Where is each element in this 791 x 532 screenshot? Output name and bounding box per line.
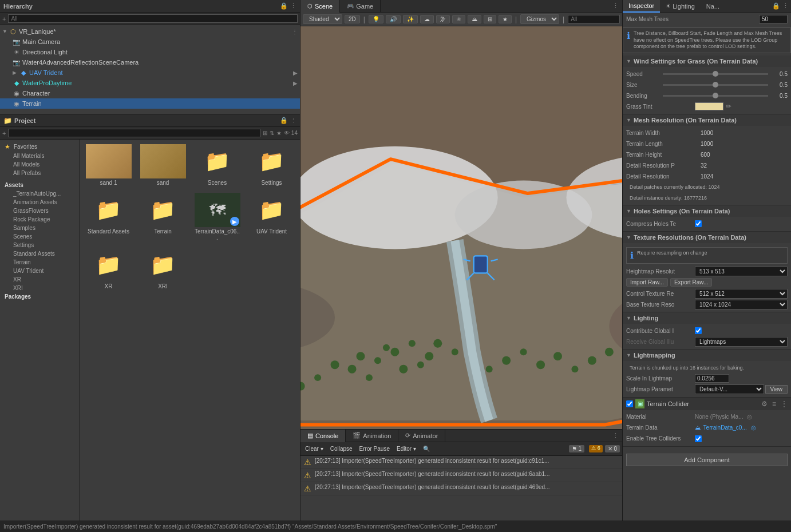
hier-item-directional-light[interactable]: ☀ Directional Light xyxy=(0,47,300,57)
star-filter[interactable]: ★ xyxy=(276,130,282,136)
tab-animator[interactable]: ⟳ Animator xyxy=(398,430,445,442)
error-pause-button[interactable]: Error Pause xyxy=(357,446,392,452)
asset-standard-assets[interactable]: 📁 Standard Assets xyxy=(82,190,135,243)
collider-menu-icon[interactable]: ⋮ xyxy=(781,400,788,408)
control-texture-dropdown[interactable]: 512 x 512 xyxy=(695,289,788,299)
scale-lightmap-input[interactable] xyxy=(695,374,729,383)
contribute-checkbox[interactable] xyxy=(695,327,702,334)
console-item-0[interactable]: ⚠ [20:27:13] Importer(SpeedTreeImporter)… xyxy=(300,456,622,469)
plus-icon[interactable]: + xyxy=(2,15,6,22)
lighting-section-header[interactable]: ▼ Lighting xyxy=(623,312,791,324)
sort-icon[interactable]: ⇅ xyxy=(270,130,274,136)
project-search-input[interactable] xyxy=(8,129,260,137)
tree-item-terrain[interactable]: Terrain xyxy=(0,258,80,267)
collapse-button[interactable]: Collapse xyxy=(328,446,355,452)
tree-item-xri[interactable]: XRI xyxy=(0,284,80,292)
lock-icon[interactable]: 🔒 xyxy=(280,117,288,124)
tab-lighting[interactable]: ☀ Lighting xyxy=(660,0,701,13)
more-icon[interactable]: ⋮ xyxy=(612,2,619,9)
max-mesh-input[interactable] xyxy=(759,15,788,23)
more-icon[interactable]: ⋮ xyxy=(290,117,296,124)
mesh-resolution-header[interactable]: ▼ Mesh Resolution (On Terrain Data) xyxy=(623,114,791,126)
fog-button[interactable]: 🌫 xyxy=(436,15,450,23)
tree-item-xr[interactable]: XR xyxy=(0,275,80,284)
grids-button[interactable]: ⊞ xyxy=(484,15,496,23)
tree-item-settings[interactable]: Settings xyxy=(0,241,80,249)
hier-item-water-pro[interactable]: ◆ WaterProDaytime ▶ xyxy=(0,78,300,88)
export-raw-button[interactable]: Export Raw... xyxy=(670,278,712,287)
eye-icon[interactable]: 👁 14 xyxy=(284,130,298,136)
terrain-collider-enabled[interactable] xyxy=(626,400,633,407)
texture-res-header[interactable]: ▼ Texture Resolutions (On Terrain Data) xyxy=(623,232,791,243)
bending-slider[interactable] xyxy=(663,95,768,97)
asset-uav-folder[interactable]: 📁 UAV Trident xyxy=(246,190,298,243)
editor-button[interactable]: Editor ▾ xyxy=(394,446,418,452)
tab-game[interactable]: 🎮 Game xyxy=(340,0,381,13)
target-icon[interactable]: ◎ xyxy=(747,414,752,420)
base-texture-dropdown[interactable]: 1024 x 1024 xyxy=(695,300,788,309)
collider-more-icon[interactable]: ≡ xyxy=(772,400,776,408)
gizmos-dropdown[interactable]: Gizmos xyxy=(520,14,559,24)
asset-sand[interactable]: sand xyxy=(137,142,189,188)
tab-console[interactable]: ▤ Console xyxy=(300,430,346,442)
tree-item-animation[interactable]: Animation Assets xyxy=(0,198,80,207)
lightmap-params-dropdown[interactable]: Default-V... xyxy=(695,384,764,394)
tree-item-all-models[interactable]: All Models xyxy=(0,160,80,169)
tree-item-samples[interactable]: Samples xyxy=(0,224,80,232)
hier-item-water-camera[interactable]: 📷 Water4AdvancedReflectionSceneCamera xyxy=(0,57,300,68)
extras-button[interactable]: ★ xyxy=(499,15,512,23)
speed-slider[interactable] xyxy=(663,73,768,75)
asset-sand1[interactable]: sand 1 xyxy=(82,142,135,188)
tree-item-assets[interactable]: Assets xyxy=(0,181,80,189)
console-item-2[interactable]: ⚠ [20:27:13] Importer(SpeedTreeImporter)… xyxy=(300,482,622,495)
clear-button[interactable]: Clear ▾ xyxy=(303,446,326,452)
more-icon[interactable]: ⋮ xyxy=(612,432,619,439)
hier-menu[interactable]: ⋮ xyxy=(292,29,298,35)
tab-nav[interactable]: Na... xyxy=(701,0,725,13)
tree-item-packages[interactable]: Packages xyxy=(0,292,80,301)
tree-item-terrain-auto[interactable]: _TerrainAutoUpg... xyxy=(0,189,80,198)
shading-dropdown[interactable]: Shaded xyxy=(303,14,342,24)
scene-search[interactable] xyxy=(568,15,620,23)
eyedropper-icon[interactable]: ✏ xyxy=(726,102,731,110)
holes-header[interactable]: ▼ Holes Settings (On Terrain Data) xyxy=(623,205,791,217)
receive-global-dropdown[interactable]: Lightmaps xyxy=(695,337,788,347)
asset-xri[interactable]: 📁 XRI xyxy=(137,245,189,292)
collider-settings-icon[interactable]: ⚙ xyxy=(761,400,768,408)
hier-menu[interactable]: ▶ xyxy=(293,70,298,76)
hier-menu[interactable]: ▶ xyxy=(293,80,298,86)
search-console-button[interactable]: 🔍 xyxy=(421,446,432,452)
hier-item-main-camera[interactable]: 📷 Main Camera xyxy=(0,37,300,47)
asset-terrain-folder[interactable]: 📁 Terrain xyxy=(137,190,189,243)
tree-item-grassflowers[interactable]: GrassFlowers xyxy=(0,207,80,215)
tree-item-all-materials[interactable]: All Materials xyxy=(0,152,80,160)
view-toggle[interactable]: ⊞ xyxy=(263,130,267,136)
wind-settings-header[interactable]: ▼ Wind Settings for Grass (On Terrain Da… xyxy=(623,55,791,67)
more-icon[interactable]: ⋮ xyxy=(290,2,296,10)
tree-item-favorites[interactable]: ★ Favorites xyxy=(0,142,80,152)
compress-holes-checkbox[interactable] xyxy=(695,220,702,227)
plus-icon[interactable]: + xyxy=(2,130,6,137)
heightmap-res-dropdown[interactable]: 513 x 513 xyxy=(695,267,788,276)
import-raw-button[interactable]: Import Raw... xyxy=(626,278,668,287)
tab-animation[interactable]: 🎬 Animation xyxy=(346,430,398,442)
target-icon2[interactable]: ◎ xyxy=(751,424,756,431)
tree-item-scenes[interactable]: Scenes xyxy=(0,232,80,241)
skybox-button[interactable]: ☁ xyxy=(420,15,434,23)
grass-tint-swatch[interactable] xyxy=(695,102,723,110)
view-button[interactable]: View xyxy=(765,385,788,394)
more-icon[interactable]: ⋮ xyxy=(782,2,789,10)
viewport[interactable]: y x z ◂Persp xyxy=(300,26,622,429)
size-slider[interactable] xyxy=(663,84,768,86)
effects-button[interactable]: ✨ xyxy=(403,15,418,23)
particles-button[interactable]: ⚛ xyxy=(452,15,465,23)
lock-icon[interactable]: 🔒 xyxy=(280,2,288,10)
lock-icon[interactable]: 🔒 xyxy=(772,2,780,10)
asset-terrain-data[interactable]: 🗺 ▶ TerrainData_c06... xyxy=(191,190,243,243)
hier-item-character[interactable]: ◉ Character xyxy=(0,88,300,98)
tree-item-uav-trident[interactable]: UAV Trident xyxy=(0,267,80,275)
asset-scenes[interactable]: 📁 Scenes xyxy=(191,142,243,188)
asset-settings[interactable]: 📁 Settings xyxy=(246,142,298,188)
audio-button[interactable]: 🔊 xyxy=(386,15,401,23)
2d-button[interactable]: 2D xyxy=(345,15,360,23)
